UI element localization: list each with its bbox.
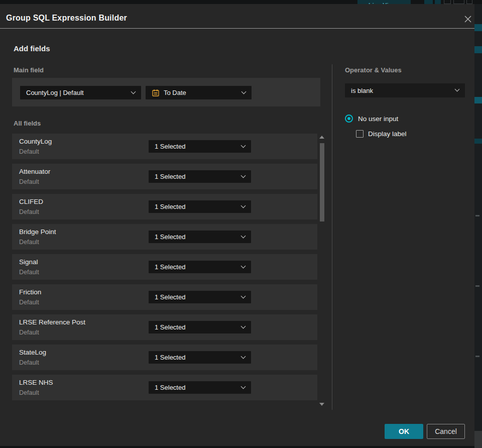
background-toolbar-button: [466, 0, 472, 4]
main-field-label: Main field: [14, 66, 44, 74]
chevron-down-icon: [241, 293, 246, 298]
field-row: Friction Default 1 Selected: [12, 284, 317, 310]
dialog-title: Group SQL Expression Builder: [6, 14, 127, 23]
field-subtitle: Default: [19, 299, 39, 306]
background-fragment: [475, 356, 479, 357]
background-app-right-strip: [474, 4, 482, 448]
field-name: CLIFED: [19, 198, 43, 205]
field-selection-dropdown[interactable]: 1 Selected: [149, 200, 251, 213]
background-app-top-strip: Live View: [0, 0, 482, 4]
field-selection-dropdown[interactable]: 1 Selected: [149, 381, 251, 394]
field-selection-value: 1 Selected: [155, 263, 185, 271]
operator-dropdown-value: is blank: [351, 87, 373, 94]
field-row: LRSE Reference Post Default 1 Selected: [12, 314, 317, 340]
field-name: LRSE NHS: [19, 379, 53, 386]
field-subtitle: Default: [19, 148, 39, 155]
field-selection-dropdown[interactable]: 1 Selected: [149, 261, 251, 273]
field-selection-dropdown[interactable]: 1 Selected: [149, 291, 251, 303]
background-app-bottom-strip: [0, 446, 474, 448]
scroll-up-arrow-icon[interactable]: [319, 136, 324, 139]
list-scrollbar[interactable]: [318, 135, 325, 407]
background-toolbar-button: [424, 0, 433, 4]
main-field-dropdown-value: CountyLog | Default: [26, 89, 84, 96]
chevron-down-icon: [241, 203, 246, 208]
field-subtitle: Default: [19, 239, 39, 246]
field-selection-dropdown[interactable]: 1 Selected: [149, 321, 251, 333]
field-name: Friction: [19, 288, 41, 296]
no-user-input-label: No user input: [358, 115, 398, 123]
field-type-dropdown-value: To Date: [164, 89, 186, 96]
cancel-button[interactable]: Cancel: [427, 424, 465, 439]
all-fields-label: All fields: [14, 120, 41, 127]
checkbox-icon[interactable]: [356, 130, 364, 138]
background-toolbar-button: [453, 0, 464, 4]
main-field-dropdown[interactable]: CountyLog | Default: [20, 86, 141, 99]
field-name: Signal: [19, 258, 38, 266]
background-fragment: [475, 215, 479, 216]
field-selection-value: 1 Selected: [155, 173, 185, 180]
field-row: Bridge Point Default 1 Selected: [12, 224, 317, 250]
radio-button-icon[interactable]: [345, 115, 353, 123]
field-subtitle: Default: [19, 269, 39, 276]
title-divider: [0, 28, 474, 29]
field-row: Attenuator Default 1 Selected: [12, 164, 317, 189]
field-row: StateLog Default 1 Selected: [12, 345, 317, 370]
background-fragment: [474, 97, 482, 103]
background-fragment: [475, 285, 479, 287]
field-selection-value: 1 Selected: [155, 293, 185, 301]
field-row: Signal Default 1 Selected: [12, 254, 317, 280]
background-fragment: [474, 431, 482, 448]
chevron-down-icon: [241, 263, 246, 268]
live-view-toggle[interactable]: Live View: [357, 0, 411, 4]
all-fields-list: CountyLog Default 1 Selected Attenuator …: [12, 134, 317, 405]
field-selection-value: 1 Selected: [155, 233, 185, 241]
field-row: LRSE NHS Default 1 Selected: [12, 375, 317, 400]
field-subtitle: Default: [19, 178, 39, 185]
background-fragment: [474, 24, 482, 31]
field-selection-dropdown[interactable]: 1 Selected: [149, 351, 251, 364]
scroll-down-arrow-icon[interactable]: [319, 403, 324, 406]
calendar-icon: [152, 89, 160, 97]
background-toolbar-button: [435, 0, 441, 4]
background-fragment: [474, 139, 482, 144]
background-fragment: [474, 46, 482, 53]
field-subtitle: Default: [19, 208, 39, 215]
field-selection-dropdown[interactable]: 1 Selected: [149, 140, 251, 153]
field-name: Attenuator: [19, 168, 50, 175]
no-user-input-radio-row[interactable]: No user input: [345, 115, 398, 123]
chevron-down-icon: [241, 384, 246, 389]
panel-divider: [332, 64, 332, 410]
chevron-down-icon: [241, 233, 246, 238]
field-selection-value: 1 Selected: [155, 203, 185, 210]
chevron-down-icon: [131, 89, 136, 94]
chevron-down-icon: [455, 87, 460, 92]
chevron-down-icon: [241, 143, 246, 148]
close-icon[interactable]: [461, 12, 475, 26]
field-subtitle: Default: [19, 389, 39, 396]
field-selection-value: 1 Selected: [155, 143, 185, 150]
field-selection-value: 1 Selected: [155, 354, 185, 361]
field-subtitle: Default: [19, 329, 39, 336]
screen: Live View Group SQL Expression Builder A…: [0, 0, 482, 448]
group-sql-expression-builder-dialog: Group SQL Expression Builder Add fields …: [0, 4, 474, 446]
field-selection-value: 1 Selected: [155, 384, 185, 391]
field-name: StateLog: [19, 349, 46, 356]
field-type-dropdown[interactable]: To Date: [146, 86, 252, 99]
operator-dropdown[interactable]: is blank: [345, 83, 465, 97]
field-name: Bridge Point: [19, 228, 56, 236]
operator-values-label: Operator & Values: [345, 66, 402, 74]
field-name: LRSE Reference Post: [19, 318, 85, 326]
scrollbar-thumb[interactable]: [320, 143, 324, 221]
chevron-down-icon: [241, 173, 246, 178]
field-selection-dropdown[interactable]: 1 Selected: [149, 231, 251, 243]
field-selection-dropdown[interactable]: 1 Selected: [149, 170, 251, 183]
field-row: CountyLog Default 1 Selected: [12, 134, 317, 159]
ok-button[interactable]: OK: [385, 424, 423, 439]
chevron-down-icon: [241, 354, 246, 359]
field-row: CLIFED Default 1 Selected: [12, 194, 317, 219]
display-label-checkbox-row[interactable]: Display label: [356, 130, 407, 138]
add-fields-heading: Add fields: [14, 44, 50, 53]
field-name: CountyLog: [19, 138, 52, 145]
chevron-down-icon: [241, 323, 246, 328]
field-selection-value: 1 Selected: [155, 323, 185, 331]
